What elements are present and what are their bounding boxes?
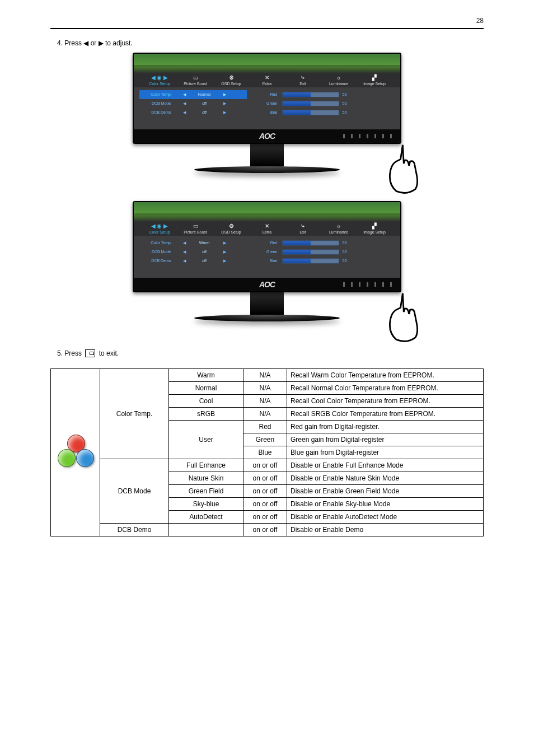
arrow-left-icon[interactable]: ◀	[181, 110, 188, 115]
arrow-right-icon[interactable]: ▶	[221, 110, 228, 115]
arrow-left-icon[interactable]: ◀	[181, 259, 188, 263]
monitor-buttons-row[interactable]	[343, 282, 394, 287]
monitor-chin: AOC	[134, 129, 400, 143]
osd-tab-osd-setup[interactable]: ⚙ OSD Setup	[213, 223, 249, 236]
osd-tab-label: OSD Setup	[221, 82, 241, 86]
osd-tab-extra[interactable]: ✕ Extra	[249, 223, 285, 236]
osd-tab-image-setup[interactable]: ▞ Image Setup	[357, 223, 392, 236]
val-green-field: on or off	[243, 484, 287, 497]
osd-slider-red[interactable]: Red 50	[247, 90, 395, 99]
osd-tab-label: Luminance	[329, 230, 348, 234]
table-row: DCB Mode Full Enhance on or off Disable …	[51, 459, 484, 472]
osd-slider-green[interactable]: Green 50	[247, 248, 395, 256]
osd-row-color-temp[interactable]: Color Temp. ◀ Normal ▶	[139, 90, 247, 99]
osd-tab-luminance[interactable]: ☼ Luminance	[321, 223, 357, 236]
table-row: DCB Demo on or off Disable or Enable Dem…	[51, 523, 484, 536]
top-rule	[50, 28, 484, 29]
osd-row-value: off	[188, 250, 221, 254]
step5-text: 5. Press to exit.	[57, 349, 484, 357]
group-color-temp: Color Temp.	[100, 368, 169, 459]
osd-slider-blue[interactable]: Blue 50	[247, 108, 395, 117]
osd-slider-label: Blue	[247, 110, 282, 114]
exit-icon: ⤷	[285, 75, 321, 81]
osd-slider-red[interactable]: Red 50	[247, 239, 395, 248]
osd-tab-osd-setup[interactable]: ⚙ OSD Setup	[213, 75, 249, 87]
opt-srgb: sRGB	[169, 407, 243, 420]
arrow-right-icon[interactable]: ▶	[221, 101, 228, 106]
auto-button-icon	[85, 349, 95, 357]
osd-slider-value: 50	[343, 250, 347, 254]
osd-row-value: Normal	[188, 92, 221, 96]
osd-tab-exit[interactable]: ⤷ Exit	[285, 75, 321, 87]
val-srgb: N/A	[243, 407, 287, 420]
arrow-right-icon[interactable]: ▶	[221, 92, 228, 97]
opt-warm: Warm	[169, 368, 243, 381]
step4-text: 4. Press ◀ or ▶ to adjust.	[57, 39, 484, 47]
opt-autodetect: AutoDetect	[169, 510, 243, 523]
arrow-right-icon[interactable]: ▶	[221, 241, 228, 245]
osd-tab-color-setup[interactable]: ◀ ◉ ▶ Color Setup	[142, 75, 177, 87]
osd-tab-luminance[interactable]: ☼ Luminance	[321, 75, 357, 87]
picture-boost-icon: ▭	[177, 75, 213, 81]
osd-tab-color-setup[interactable]: ◀ ◉ ▶ Color Setup	[142, 223, 177, 236]
osd-slider-bar[interactable]	[282, 258, 339, 264]
monitor-chin: AOC	[134, 278, 400, 291]
desc-cool: Recall Cool Color Temperature from EEPRO…	[287, 394, 484, 407]
osd-row-label: DCB Demo	[139, 110, 181, 114]
osd-row-value: Warm	[188, 241, 221, 245]
arrow-right-icon[interactable]: ▶	[221, 259, 228, 263]
val-user-blue-label: Blue	[243, 446, 287, 459]
osd-tabs: ◀ ◉ ▶ Color Setup ▭ Picture Boost ⚙ OSD …	[134, 65, 400, 87]
osd-slider-value: 50	[343, 241, 347, 245]
monitor-stand	[250, 292, 284, 315]
osd-row-color-temp[interactable]: Color Temp. ◀ Warm ▶	[139, 239, 247, 248]
rgb-circles-icon	[58, 435, 93, 470]
monitor-screenshot-1: ◀ ◉ ▶ Color Setup ▭ Picture Boost ⚙ OSD …	[50, 53, 484, 187]
osd-slider-bar[interactable]	[282, 240, 339, 246]
osd-row-label: Color Temp.	[139, 92, 181, 96]
luminance-icon: ☼	[321, 75, 357, 81]
opt-green-field: Green Field	[169, 484, 243, 497]
osd-tab-label: Color Setup	[149, 230, 170, 234]
osd-slider-value: 50	[343, 101, 347, 105]
osd-slider-bar[interactable]	[282, 92, 339, 97]
osd-row-dcb-mode[interactable]: DCB Mode ◀ off ▶	[139, 99, 247, 108]
osd-tab-label: Image Setup	[363, 82, 386, 86]
exit-icon: ⤷	[285, 223, 321, 229]
desc-green-field: Disable or Enable Green Field Mode	[287, 484, 484, 497]
color-setup-icon: ◀ ◉ ▶	[142, 223, 177, 229]
arrow-right-icon[interactable]: ▶	[221, 250, 228, 254]
osd-tab-extra[interactable]: ✕ Extra	[249, 75, 285, 87]
osd-slider-bar[interactable]	[282, 101, 339, 106]
osd-slider-bar[interactable]	[282, 249, 339, 255]
opt-normal: Normal	[169, 381, 243, 394]
picture-boost-icon: ▭	[177, 223, 213, 229]
osd-tab-picture-boost[interactable]: ▭ Picture Boost	[177, 223, 213, 236]
monitor-base	[194, 166, 340, 173]
osd-row-label: Color Temp.	[139, 241, 181, 245]
osd-row-dcb-mode[interactable]: DCB Mode ◀ off ▶	[139, 248, 247, 256]
osd-tab-picture-boost[interactable]: ▭ Picture Boost	[177, 75, 213, 87]
val-nature-skin: on or off	[243, 472, 287, 484]
arrow-left-icon[interactable]: ◀	[181, 241, 188, 245]
osd-slider-green[interactable]: Green 50	[247, 99, 395, 108]
osd-slider-value: 50	[343, 110, 347, 114]
osd-tab-label: Exit	[299, 230, 306, 234]
osd-tab-exit[interactable]: ⤷ Exit	[285, 223, 321, 236]
osd-row-dcb-demo[interactable]: DCB Demo ◀ off ▶	[139, 256, 247, 265]
step5-prefix: 5. Press	[57, 349, 83, 357]
osd-slider-blue[interactable]: Blue 50	[247, 256, 395, 265]
pointing-hand-icon	[375, 291, 428, 344]
osd-row-dcb-demo[interactable]: DCB Demo ◀ off ▶	[139, 108, 247, 117]
osd-tab-image-setup[interactable]: ▞ Image Setup	[357, 75, 392, 87]
osd-slider-bar[interactable]	[282, 110, 339, 115]
page-number: 28	[476, 17, 484, 25]
val-full-enhance: on or off	[243, 459, 287, 472]
arrow-left-icon[interactable]: ◀	[181, 101, 188, 106]
table-row: Color Temp. Warm N/A Recall Warm Color T…	[51, 368, 484, 381]
arrow-left-icon[interactable]: ◀	[181, 250, 188, 254]
desc-srgb: Recall SRGB Color Temperature from EEPRO…	[287, 407, 484, 420]
brand-logo: AOC	[259, 132, 275, 141]
monitor-buttons-row[interactable]	[343, 134, 394, 138]
arrow-left-icon[interactable]: ◀	[181, 92, 188, 97]
